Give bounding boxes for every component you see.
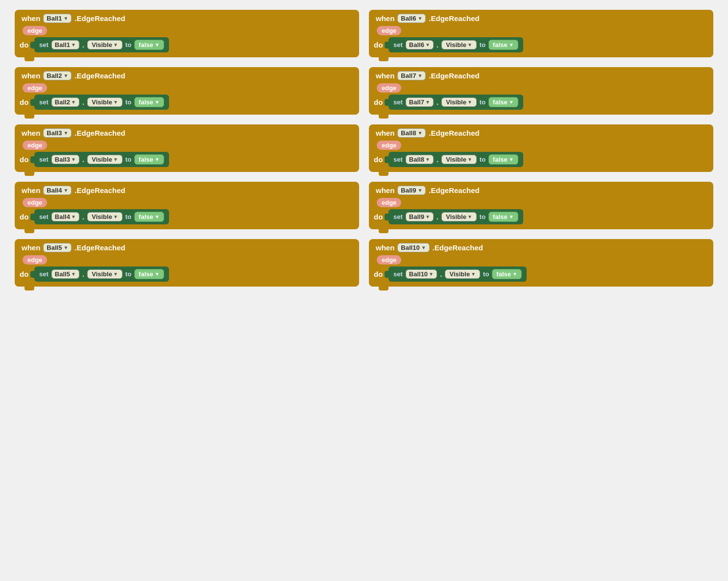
event-header: whenBall2▼.EdgeReached xyxy=(20,70,354,81)
visible-dropdown[interactable]: Visible▼ xyxy=(87,97,122,107)
dot-separator: . xyxy=(82,155,84,164)
false-dropdown[interactable]: false▼ xyxy=(134,40,164,50)
visible-dropdown[interactable]: Visible▼ xyxy=(87,155,122,164)
set-ball-dropdown-ball2[interactable]: Ball2▼ xyxy=(51,97,79,107)
set-ball-dropdown-ball8[interactable]: Ball8▼ xyxy=(406,155,434,164)
false-dropdown[interactable]: false▼ xyxy=(492,269,522,279)
param-edge: edge xyxy=(23,26,47,35)
visible-dropdown[interactable]: Visible▼ xyxy=(441,97,477,107)
event-block-ball2: whenBall2▼.EdgeReachededgedosetBall2▼.Vi… xyxy=(15,67,359,115)
false-dropdown[interactable]: false▼ xyxy=(134,97,164,107)
do-keyword: do xyxy=(20,155,31,164)
do-keyword: do xyxy=(20,270,31,278)
to-label: to xyxy=(480,213,485,220)
set-block-wrapper: setBall8▼.Visible▼tofalse▼ xyxy=(388,152,523,167)
do-keyword: do xyxy=(20,213,31,221)
false-dropdown[interactable]: false▼ xyxy=(488,97,518,107)
set-ball-dropdown-ball10[interactable]: Ball10▼ xyxy=(406,269,437,279)
set-ball-dropdown-ball1[interactable]: Ball1▼ xyxy=(51,40,79,49)
event-block-ball8: whenBall8▼.EdgeReachededgedosetBall8▼.Vi… xyxy=(369,124,713,172)
do-row: dosetBall6▼.Visible▼tofalse▼ xyxy=(374,37,708,52)
do-row: dosetBall10▼.Visible▼tofalse▼ xyxy=(374,266,708,282)
set-block-wrapper: setBall9▼.Visible▼tofalse▼ xyxy=(388,209,523,224)
event-header: whenBall10▼.EdgeReached xyxy=(374,242,708,253)
visible-dropdown[interactable]: Visible▼ xyxy=(87,269,122,279)
event-header: whenBall9▼.EdgeReached xyxy=(374,185,708,196)
param-edge: edge xyxy=(23,141,47,150)
to-label: to xyxy=(483,270,489,278)
set-label: set xyxy=(39,156,49,163)
event-name: .EdgeReached xyxy=(74,129,125,137)
ball-dropdown-ball3[interactable]: Ball3▼ xyxy=(43,128,72,138)
dot-separator: . xyxy=(82,270,84,279)
when-keyword: when xyxy=(22,72,40,80)
visible-dropdown[interactable]: Visible▼ xyxy=(87,40,122,49)
set-ball-dropdown-ball6[interactable]: Ball6▼ xyxy=(406,40,434,49)
visible-dropdown[interactable]: Visible▼ xyxy=(441,40,477,49)
set-ball-dropdown-ball4[interactable]: Ball4▼ xyxy=(51,212,79,221)
set-ball-dropdown-ball5[interactable]: Ball5▼ xyxy=(51,269,79,279)
set-block-wrapper: setBall10▼.Visible▼tofalse▼ xyxy=(388,266,527,282)
false-dropdown[interactable]: false▼ xyxy=(488,40,518,50)
dot-separator: . xyxy=(82,41,84,49)
false-dropdown[interactable]: false▼ xyxy=(134,269,164,279)
do-keyword: do xyxy=(374,155,386,164)
set-label: set xyxy=(39,213,49,220)
param-edge: edge xyxy=(377,255,401,265)
when-keyword: when xyxy=(376,14,394,23)
false-dropdown[interactable]: false▼ xyxy=(134,212,164,222)
do-keyword: do xyxy=(374,98,386,106)
event-name: .EdgeReached xyxy=(74,186,125,194)
do-row: dosetBall5▼.Visible▼tofalse▼ xyxy=(20,266,354,282)
set-label: set xyxy=(39,41,49,48)
set-block: setBall5▼.Visible▼tofalse▼ xyxy=(34,266,169,282)
ball-dropdown-ball10[interactable]: Ball10▼ xyxy=(397,243,429,252)
do-row: dosetBall8▼.Visible▼tofalse▼ xyxy=(374,152,708,167)
event-block-ball1: whenBall1▼.EdgeReachededgedosetBall1▼.Vi… xyxy=(15,10,359,57)
param-edge: edge xyxy=(23,255,47,265)
set-label: set xyxy=(393,41,403,48)
set-ball-dropdown-ball9[interactable]: Ball9▼ xyxy=(406,212,434,221)
event-block-ball5: whenBall5▼.EdgeReachededgedosetBall5▼.Vi… xyxy=(15,239,359,287)
set-block-wrapper: setBall6▼.Visible▼tofalse▼ xyxy=(388,37,523,52)
visible-dropdown[interactable]: Visible▼ xyxy=(441,212,477,221)
visible-dropdown[interactable]: Visible▼ xyxy=(441,155,477,164)
ball-dropdown-ball1[interactable]: Ball1▼ xyxy=(43,14,72,23)
set-ball-dropdown-ball7[interactable]: Ball7▼ xyxy=(406,97,434,107)
to-label: to xyxy=(125,270,131,278)
to-label: to xyxy=(125,41,131,48)
ball-dropdown-ball6[interactable]: Ball6▼ xyxy=(397,14,426,23)
param-edge: edge xyxy=(23,198,47,207)
ball-dropdown-ball4[interactable]: Ball4▼ xyxy=(43,186,72,195)
do-row: dosetBall9▼.Visible▼tofalse▼ xyxy=(374,209,708,224)
visible-dropdown[interactable]: Visible▼ xyxy=(445,269,480,279)
false-dropdown[interactable]: false▼ xyxy=(488,212,518,222)
ball-dropdown-ball8[interactable]: Ball8▼ xyxy=(397,128,426,138)
ball-dropdown-ball5[interactable]: Ball5▼ xyxy=(43,243,72,252)
event-block-ball7: whenBall7▼.EdgeReachededgedosetBall7▼.Vi… xyxy=(369,67,713,115)
ball-dropdown-ball7[interactable]: Ball7▼ xyxy=(397,71,426,80)
set-label: set xyxy=(393,270,403,278)
event-name: .EdgeReached xyxy=(429,14,479,23)
do-row: dosetBall4▼.Visible▼tofalse▼ xyxy=(20,209,354,224)
set-label: set xyxy=(393,156,403,163)
event-header: whenBall1▼.EdgeReached xyxy=(20,13,354,24)
false-dropdown[interactable]: false▼ xyxy=(488,154,518,165)
param-edge: edge xyxy=(377,141,401,150)
event-header: whenBall8▼.EdgeReached xyxy=(374,127,708,139)
event-header: whenBall6▼.EdgeReached xyxy=(374,13,708,24)
set-block-wrapper: setBall7▼.Visible▼tofalse▼ xyxy=(388,95,523,110)
set-block: setBall2▼.Visible▼tofalse▼ xyxy=(34,95,169,110)
do-keyword: do xyxy=(374,270,386,278)
ball-dropdown-ball2[interactable]: Ball2▼ xyxy=(43,71,72,80)
to-label: to xyxy=(480,98,485,106)
visible-dropdown[interactable]: Visible▼ xyxy=(87,212,122,221)
set-label: set xyxy=(39,270,49,278)
false-dropdown[interactable]: false▼ xyxy=(134,154,164,165)
param-edge: edge xyxy=(377,198,401,207)
dot-separator: . xyxy=(437,155,438,164)
ball-dropdown-ball9[interactable]: Ball9▼ xyxy=(397,186,426,195)
set-ball-dropdown-ball3[interactable]: Ball3▼ xyxy=(51,155,79,164)
set-label: set xyxy=(393,213,403,220)
do-row: dosetBall7▼.Visible▼tofalse▼ xyxy=(374,95,708,110)
